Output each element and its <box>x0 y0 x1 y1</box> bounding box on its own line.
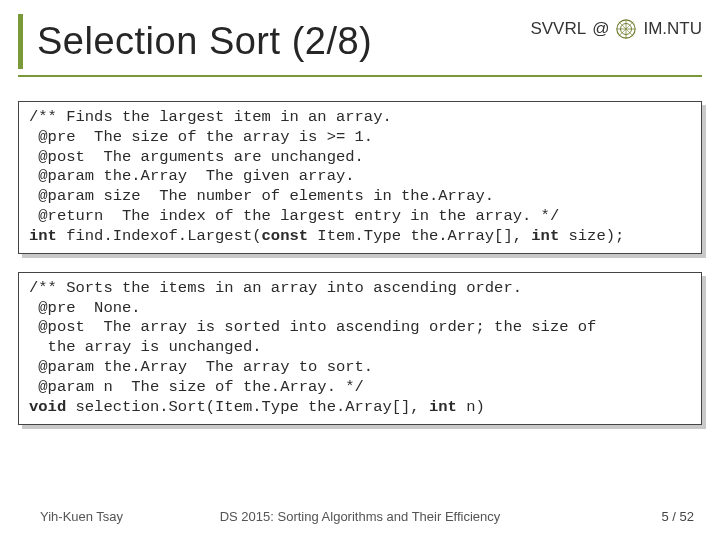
footer-course: DS 2015: Sorting Algorithms and Their Ef… <box>220 509 501 524</box>
code-line: @pre None. <box>29 299 141 317</box>
code-line: @param the.Array The array to sort. <box>29 358 373 376</box>
code-frag: n) <box>457 398 485 416</box>
page-title: Selection Sort (2/8) <box>37 20 530 63</box>
at-sign: @ <box>592 19 609 39</box>
code-block-2: /** Sorts the items in an array into asc… <box>18 272 702 425</box>
code-line: /** Sorts the items in an array into asc… <box>29 279 522 297</box>
code-line: @post The arguments are unchanged. <box>29 148 364 166</box>
code-line: /** Finds the largest item in an array. <box>29 108 392 126</box>
header: Selection Sort (2/8) SVVRL @ IM.NTU <box>0 0 720 69</box>
code-line: @param size The number of elements in th… <box>29 187 494 205</box>
kw-const: const <box>262 227 309 245</box>
kw-int: int <box>429 398 457 416</box>
code-block-1: /** Finds the largest item in an array. … <box>18 101 702 254</box>
kw-int: int <box>531 227 559 245</box>
title-wrap: Selection Sort (2/8) <box>18 14 530 69</box>
code-frag: find.Indexof.Largest( <box>57 227 262 245</box>
code-area: /** Finds the largest item in an array. … <box>0 77 720 425</box>
code-line: @return The index of the largest entry i… <box>29 207 559 225</box>
header-right: SVVRL @ IM.NTU <box>530 10 702 40</box>
code-line: @param n The size of the.Array. */ <box>29 378 364 396</box>
code-line: @post The array is sorted into ascending… <box>29 318 596 336</box>
code-frag: selection.Sort(Item.Type the.Array[], <box>66 398 429 416</box>
code-line: the array is unchanged. <box>29 338 262 356</box>
org-label-1: SVVRL <box>530 19 586 39</box>
footer-page: 5 / 52 <box>661 509 694 524</box>
org-label-2: IM.NTU <box>643 19 702 39</box>
code-frag: size); <box>559 227 624 245</box>
code-frag: Item.Type the.Array[], <box>308 227 531 245</box>
ntu-logo-icon <box>615 18 637 40</box>
code-line: @pre The size of the array is >= 1. <box>29 128 373 146</box>
footer-author: Yih-Kuen Tsay <box>40 509 123 524</box>
footer: Yih-Kuen Tsay DS 2015: Sorting Algorithm… <box>0 509 720 524</box>
kw-void: void <box>29 398 66 416</box>
kw-int: int <box>29 227 57 245</box>
code-line: @param the.Array The given array. <box>29 167 355 185</box>
